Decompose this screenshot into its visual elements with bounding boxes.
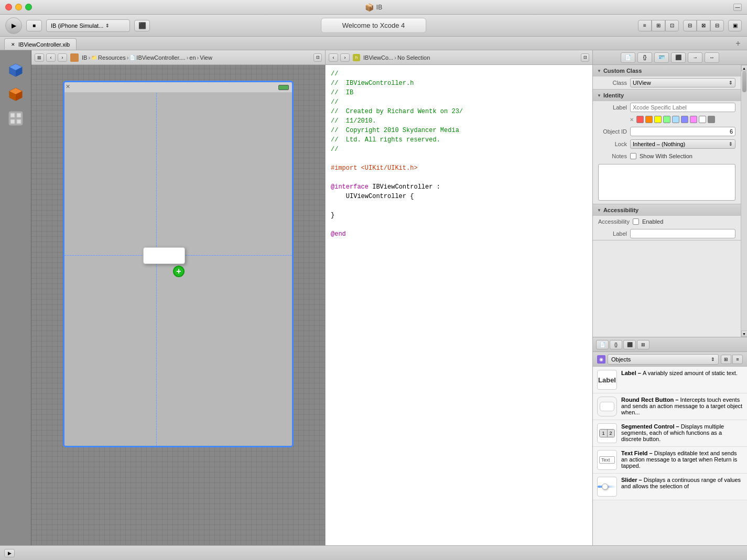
tab-ibviewcontroller[interactable]: ✕ IBViewController.xib	[4, 38, 77, 50]
utilities-btn[interactable]: ⊟	[710, 20, 724, 31]
list-item[interactable]: 1 2 Segmented Control – Displays multipl…	[593, 420, 747, 447]
iphone-body[interactable]: +	[64, 93, 292, 446]
navigator-btn[interactable]: ⊟	[683, 20, 697, 31]
standard-editor-btn[interactable]: ≡	[638, 20, 652, 31]
swatch-orange[interactable]	[645, 116, 653, 123]
breadcrumb-ib[interactable]: IB	[82, 54, 87, 61]
quick-help-btn[interactable]: {}	[637, 52, 652, 63]
inspector-cube-btn[interactable]: ⬛	[623, 340, 636, 349]
acc-label-input[interactable]	[630, 229, 735, 238]
code-nav-back[interactable]: ‹	[329, 53, 338, 62]
tab-close-icon[interactable]: ✕	[11, 42, 15, 47]
stop-button[interactable]: ■	[26, 20, 42, 31]
scroll-up-arrow[interactable]: ▲	[741, 65, 748, 71]
scroll-down-arrow[interactable]: ▼	[741, 331, 748, 337]
frame-close[interactable]: ✕	[66, 83, 70, 90]
list-item[interactable]: Slider – Displays a continuous range of …	[593, 474, 747, 500]
size-inspector-btn[interactable]: →	[688, 52, 702, 63]
assistant-editor-btn[interactable]: ⊞	[652, 20, 665, 31]
breakpoint-button[interactable]: ⬛	[134, 20, 150, 31]
scroll-track[interactable]	[742, 71, 747, 331]
sidebar-icon-cube-blue[interactable]	[6, 61, 25, 80]
inspector-scrollbar: ▲ ▼	[741, 65, 747, 337]
status-play-btn[interactable]: ▶	[4, 549, 15, 557]
code-breadcrumb-selection[interactable]: No Selection	[397, 54, 430, 61]
grid-icon-btn[interactable]: ⊞	[35, 53, 44, 62]
swatch-green[interactable]	[663, 116, 670, 123]
editor-view-group: ≡ ⊞ ⊡	[638, 20, 679, 31]
breadcrumb-file[interactable]: 📄 IBViewController....	[129, 54, 185, 61]
code-breadcrumb-file[interactable]: IBViewCo...	[363, 54, 393, 61]
swatch-blue[interactable]	[681, 116, 688, 123]
canvas-content[interactable]: ✕ +	[31, 65, 325, 545]
sidebar-icon-cube-orange[interactable]	[6, 85, 25, 104]
toolbar: ▶ ■ IB (iPhone Simulat... ⇕ ⬛ Welcome to…	[0, 15, 747, 37]
swatch-darkgray[interactable]	[708, 116, 715, 123]
section-triangle: ▼	[597, 69, 601, 73]
objects-grid-view-btn[interactable]: ⊞	[721, 355, 731, 364]
jump-bar-toggle[interactable]: ⊡	[313, 53, 322, 62]
version-editor-btn[interactable]: ⊡	[665, 20, 679, 31]
add-tab-button[interactable]: +	[733, 39, 743, 48]
notes-textarea[interactable]	[598, 164, 735, 201]
list-item[interactable]: Text Text Field – Displays editable text…	[593, 447, 747, 474]
code-line	[331, 154, 587, 163]
sidebar-icon-grid[interactable]	[6, 109, 25, 128]
code-line: @end	[331, 229, 587, 239]
obj-name: Segmented Control – Displays multiple se…	[621, 423, 743, 442]
swatch-yellow[interactable]	[654, 116, 662, 123]
tab-filename: IBViewController.xib	[18, 41, 70, 48]
custom-class-header[interactable]: ▼ Custom Class	[593, 65, 741, 76]
debug-btn[interactable]: ⊠	[697, 20, 710, 31]
breadcrumb-view[interactable]: View	[200, 54, 212, 61]
objects-list-view-btn[interactable]: ≡	[732, 355, 743, 364]
code-editor[interactable]: // // IBViewController.h // IB // // Cre…	[326, 65, 592, 545]
close-button[interactable]	[5, 4, 12, 10]
accessibility-header[interactable]: ▼ Accessibility	[593, 204, 741, 216]
list-item[interactable]: Label Label – A variably sized amount of…	[593, 367, 747, 393]
nav-forward-btn[interactable]: ›	[58, 53, 67, 62]
iphone-frame: ✕ +	[63, 81, 294, 447]
inspector-doc-btn[interactable]: 📄	[596, 340, 609, 349]
x-icon: ✕	[630, 117, 634, 123]
breadcrumb-en[interactable]: en	[189, 54, 196, 61]
identity-label-input[interactable]	[630, 103, 735, 112]
notes-checkbox[interactable]	[630, 153, 636, 159]
attributes-inspector-btn[interactable]: ⬛	[671, 52, 686, 63]
identity-header[interactable]: ▼ Identity	[593, 90, 741, 101]
swatch-lightblue[interactable]	[672, 116, 679, 123]
swatch-white[interactable]	[699, 116, 706, 123]
breadcrumb-resources[interactable]: 📁 Resources	[91, 54, 126, 61]
inspector-code-btn[interactable]: {}	[610, 340, 622, 349]
window-controls	[5, 4, 32, 10]
identity-inspector-btn[interactable]: 🪪	[654, 52, 669, 63]
section-triangle: ▼	[597, 93, 601, 98]
run-button[interactable]: ▶	[5, 17, 22, 34]
minimize-button[interactable]	[15, 4, 22, 10]
nav-back-btn[interactable]: ‹	[46, 53, 56, 62]
window-collapse-button[interactable]: —	[733, 4, 742, 11]
swatch-pink[interactable]	[690, 116, 697, 123]
slider-icon	[597, 477, 617, 497]
object-id-label: Object ID	[598, 128, 627, 135]
code-nav-forward[interactable]: ›	[340, 53, 350, 62]
inspector-grid-btn[interactable]: ⊞	[637, 340, 649, 349]
scheme-selector[interactable]: IB (iPhone Simulat... ⇕	[46, 19, 130, 32]
list-item[interactable]: Round Rect Button – Intercepts touch eve…	[593, 393, 747, 420]
accessibility-checkbox[interactable]	[633, 218, 639, 225]
class-select[interactable]: UIView ⇕	[630, 78, 735, 87]
connections-inspector-btn[interactable]: ↔	[705, 52, 719, 63]
scroll-thumb[interactable]	[742, 71, 746, 92]
dragged-button[interactable]	[143, 247, 185, 264]
code-line	[331, 173, 587, 182]
accessibility-section: ▼ Accessibility Accessibility Enabled La…	[593, 204, 741, 240]
objects-dropdown[interactable]: Objects ⇕	[608, 354, 719, 365]
swatch-red[interactable]	[636, 116, 644, 123]
lock-select[interactable]: Inherited – (Nothing) ⇕	[630, 139, 735, 149]
organizer-btn[interactable]: ▣	[728, 20, 742, 31]
maximize-button[interactable]	[25, 4, 32, 10]
file-inspector-btn[interactable]: 📄	[621, 52, 635, 63]
code-nav-toggle[interactable]: ⊡	[581, 53, 589, 62]
left-sidebar	[0, 50, 31, 545]
objects-view-buttons: ⊞ ≡	[721, 355, 743, 364]
